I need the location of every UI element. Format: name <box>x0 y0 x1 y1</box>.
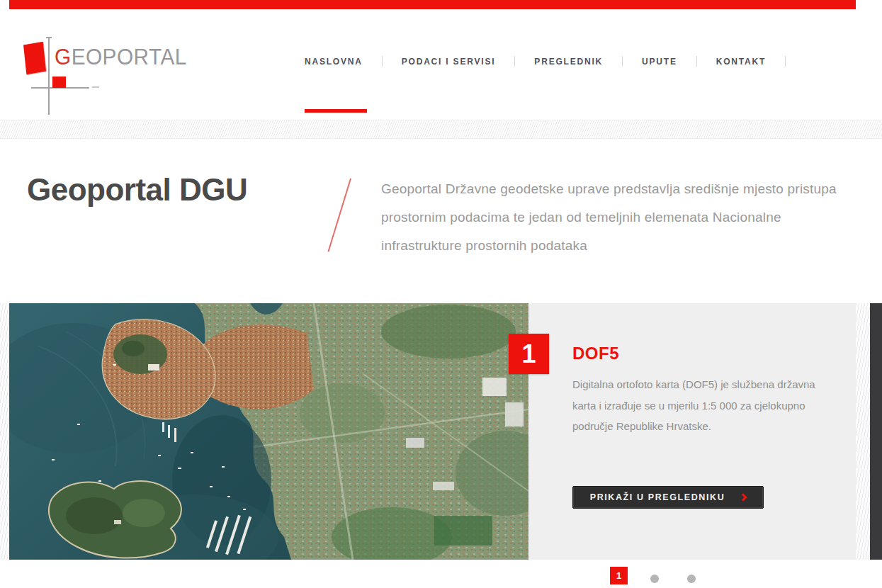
nav-item-kontakt[interactable]: KONTAKT <box>716 57 766 67</box>
pagination-dot[interactable] <box>650 575 659 583</box>
nav-separator <box>622 56 623 67</box>
aerial-photo-illustration <box>9 303 528 560</box>
map-texture-right-edge <box>856 303 870 560</box>
slide-description: Digitalna ortofoto karta (DOF5) je služb… <box>572 374 819 437</box>
nav-item-naslovna[interactable]: NASLOVNA <box>305 57 363 67</box>
next-slide-edge-strip <box>870 303 882 560</box>
nav-separator <box>696 56 697 67</box>
nav-item-upute[interactable]: UPUTE <box>642 57 677 67</box>
red-slash-divider <box>327 179 351 252</box>
logo-red-square-small <box>52 77 66 88</box>
active-nav-underline <box>305 109 367 113</box>
diagonal-stripe-divider <box>0 120 882 139</box>
map-texture-left-edge <box>0 303 9 560</box>
geoportal-logo[interactable]: GEOPORTAL <box>25 35 188 119</box>
pagination-dot[interactable] <box>687 575 696 583</box>
slide-aerial-photo[interactable] <box>9 303 528 560</box>
nav-separator <box>382 56 383 67</box>
logo-letters-rest: EOPORTAL <box>72 45 187 69</box>
slide-number-badge: 1 <box>509 334 549 374</box>
nav-item-podaci-i-servisi[interactable]: PODACI I SERVISI <box>402 57 496 67</box>
show-in-viewer-button[interactable]: PRIKAŽI U PREGLEDNIKU <box>572 486 764 509</box>
hero-description: Geoportal Državne geodetske uprave preds… <box>381 175 845 260</box>
logo-crosshair-vertical <box>48 38 50 115</box>
nav-item-preglednik[interactable]: PREGLEDNIK <box>534 57 603 67</box>
chevron-right-icon <box>740 493 747 501</box>
logo-red-square-large <box>23 42 46 75</box>
logo-wordmark: GEOPORTAL <box>55 45 187 70</box>
nav-separator <box>785 56 786 67</box>
main-nav: NASLOVNA PODACI I SERVISI PREGLEDNIK UPU… <box>305 56 805 67</box>
slide-text-panel: 1 DOF5 Digitalna ortofoto karta (DOF5) j… <box>528 303 856 560</box>
page-title: Geoportal DGU <box>27 172 247 208</box>
show-in-viewer-button-label: PRIKAŽI U PREGLEDNIKU <box>590 492 725 502</box>
feature-carousel: 1 DOF5 Digitalna ortofoto karta (DOF5) j… <box>0 303 882 560</box>
logo-letter-accent: G <box>55 45 72 69</box>
geoportal-homepage: GEOPORTAL NASLOVNA PODACI I SERVISI PREG… <box>0 0 882 588</box>
slide-title: DOF5 <box>572 344 619 363</box>
pagination-active-page[interactable]: 1 <box>610 567 628 584</box>
nav-separator <box>514 56 515 67</box>
top-accent-bar <box>9 0 856 9</box>
